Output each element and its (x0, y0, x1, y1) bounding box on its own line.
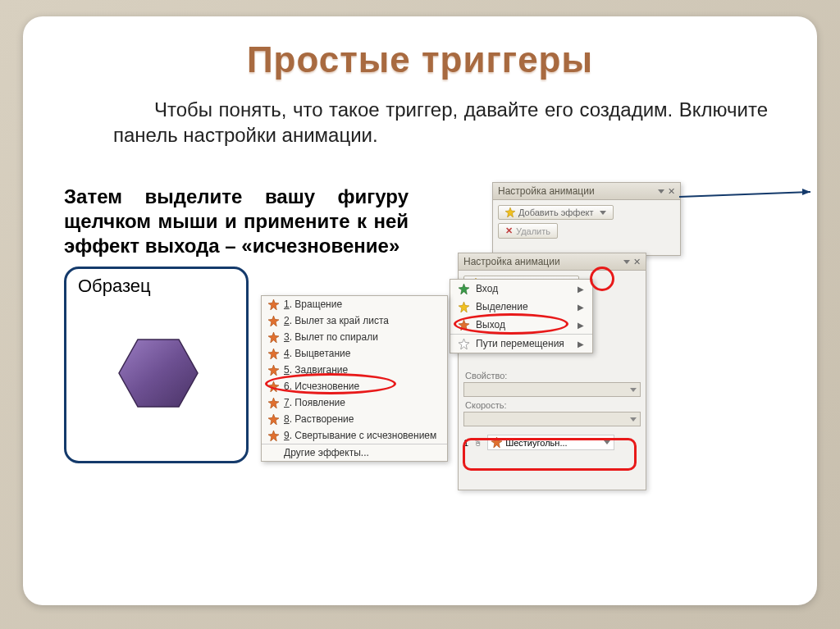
star-icon (459, 284, 469, 294)
submenu-item-emphasis[interactable]: Выделение ▶ (450, 298, 592, 316)
arrow-right-icon: ▶ (578, 321, 584, 330)
effect-item[interactable]: 3. Вылет по спирали (262, 329, 447, 345)
more-effects[interactable]: Другие эффекты... (262, 444, 447, 461)
more-effects-label: Другие эффекты... (284, 447, 369, 458)
add-effect-label: Добавить эффект (518, 207, 593, 217)
svg-line-17 (679, 192, 810, 197)
arrow-line (679, 189, 819, 205)
paragraph-1: Чтобы понять, что такое триггер, давайте… (113, 97, 768, 148)
star-icon (268, 332, 279, 343)
effect-label: 4. Выцветание (284, 348, 350, 359)
submenu-label: Выход (476, 319, 505, 330)
dropdown-icon (623, 260, 630, 264)
submenu-item-motion[interactable]: Пути перемещения ▶ (450, 334, 592, 353)
chevron-down-icon (630, 388, 637, 392)
effect-label: 6. Исчезновение (284, 381, 359, 392)
svg-marker-8 (268, 299, 279, 310)
panel-title: Настройка анимации (463, 256, 560, 267)
delete-button[interactable]: ✕ Удалить (498, 223, 558, 239)
star-icon (268, 381, 279, 392)
red-highlight-rect (463, 438, 637, 471)
star-icon (268, 398, 279, 408)
chevron-down-icon (600, 211, 606, 215)
svg-marker-0 (119, 340, 198, 407)
submenu-item-exit[interactable]: Выход ▶ (450, 316, 592, 334)
panel-header[interactable]: Настройка анимации ✕ (459, 253, 646, 271)
star-icon (459, 339, 469, 349)
svg-marker-13 (268, 381, 279, 392)
arrow-right-icon: ▶ (578, 285, 584, 294)
effect-item[interactable]: 8. Растворение (262, 411, 447, 427)
svg-marker-7 (459, 339, 469, 349)
animation-panel-background: Настройка анимации ✕ Добавить эффект ✕ У… (492, 182, 681, 256)
star-icon (268, 299, 279, 310)
svg-marker-10 (268, 332, 279, 343)
sample-box: Образец (64, 267, 249, 463)
svg-marker-11 (268, 349, 279, 359)
svg-marker-5 (459, 302, 469, 312)
star-icon (268, 365, 279, 376)
svg-marker-16 (268, 431, 279, 441)
svg-marker-1 (505, 207, 515, 217)
star-icon (268, 431, 279, 441)
panel-header[interactable]: Настройка анимации ✕ (493, 183, 680, 200)
close-icon[interactable]: ✕ (633, 257, 641, 267)
effect-item[interactable]: 1. Вращение (262, 296, 447, 312)
effect-item[interactable]: 2. Вылет за край листа (262, 312, 447, 329)
svg-marker-14 (268, 398, 279, 408)
effect-label: 2. Вылет за край листа (284, 315, 389, 326)
submenu-label: Выделение (476, 301, 528, 312)
svg-marker-6 (459, 320, 469, 330)
delete-label: Удалить (516, 226, 550, 236)
star-icon (505, 207, 515, 217)
svg-marker-12 (268, 365, 279, 376)
effects-list-menu: 1. Вращение 2. Вылет за край листа 3. Вы… (261, 295, 448, 462)
svg-marker-9 (268, 316, 279, 326)
effect-item[interactable]: 5. Задвигание (262, 362, 447, 378)
submenu-label: Вход (476, 283, 498, 294)
star-icon (268, 414, 279, 425)
sample-label: Образец (78, 276, 246, 297)
svg-marker-4 (459, 284, 469, 294)
star-icon (459, 320, 469, 330)
star-icon (459, 302, 469, 312)
star-icon (268, 316, 279, 326)
effect-label: 8. Растворение (284, 413, 354, 425)
add-effect-button[interactable]: Добавить эффект (498, 205, 614, 220)
arrow-right-icon: ▶ (578, 303, 584, 312)
slide: Простые триггеры Чтобы понять, что такое… (23, 16, 817, 605)
effect-item[interactable]: 6. Исчезновение (262, 378, 447, 394)
effect-label: 9. Свертывание с исчезновением (284, 430, 436, 441)
chevron-down-icon (630, 417, 637, 422)
effect-item[interactable]: 7. Появление (262, 394, 447, 411)
effect-label: 5. Задвигание (284, 364, 348, 376)
effect-item[interactable]: 9. Свертывание с исчезновением (262, 427, 447, 444)
panel-title: Настройка анимации (498, 185, 595, 197)
property-label: Свойство: (465, 371, 639, 381)
effect-label: 1. Вращение (284, 299, 342, 310)
speed-label: Скорость: (465, 400, 639, 410)
paragraph-2: Затем выделите вашу фигуру щелчком мыши … (64, 185, 409, 258)
submenu-item-entrance[interactable]: Вход ▶ (450, 280, 592, 298)
star-icon (268, 349, 279, 359)
hexagon-shape[interactable] (116, 336, 201, 410)
x-icon: ✕ (505, 226, 513, 236)
close-icon[interactable]: ✕ (668, 186, 675, 197)
svg-marker-15 (268, 414, 279, 425)
dropdown-icon (658, 189, 664, 194)
svg-marker-18 (802, 189, 810, 195)
page-title: Простые триггеры (23, 39, 817, 80)
effect-label: 7. Появление (284, 397, 345, 408)
effect-label: 3. Вылет по спирали (284, 331, 378, 343)
speed-dropdown[interactable] (463, 412, 641, 426)
property-dropdown[interactable] (463, 382, 641, 397)
submenu-label: Пути перемещения (476, 338, 564, 349)
effect-category-submenu: Вход ▶ Выделение ▶ Выход ▶ Пути перемеще… (450, 279, 593, 353)
effect-item[interactable]: 4. Выцветание (262, 345, 447, 362)
arrow-right-icon: ▶ (578, 340, 584, 349)
